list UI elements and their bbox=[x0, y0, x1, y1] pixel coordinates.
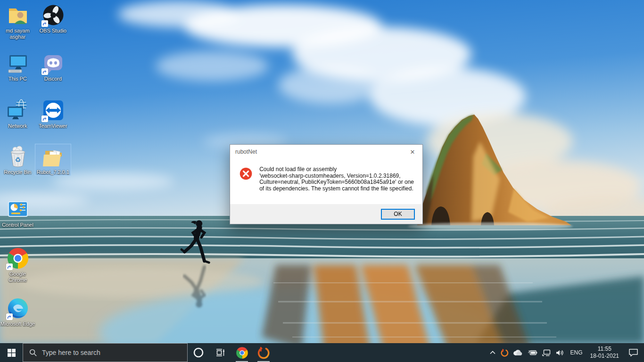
cortana-button[interactable] bbox=[188, 343, 209, 362]
network-icon bbox=[7, 99, 29, 122]
ok-button[interactable]: OK bbox=[381, 209, 415, 220]
desktop-icon-obs-studio[interactable]: OBS Studio bbox=[35, 3, 71, 34]
rubot-icon bbox=[257, 346, 270, 359]
message-line: Could not load file or assembly bbox=[259, 166, 414, 173]
task-view-button[interactable] bbox=[209, 343, 231, 362]
tray-show-hidden-icons[interactable] bbox=[487, 343, 498, 362]
task-view-icon bbox=[215, 347, 225, 358]
battery-charging-icon bbox=[528, 349, 537, 356]
close-icon[interactable]: ✕ bbox=[403, 145, 422, 159]
icon-label: Microsoft Edge bbox=[0, 321, 35, 327]
google-chrome-icon bbox=[7, 247, 29, 270]
tray-onedrive[interactable] bbox=[511, 343, 525, 362]
icon-label: Discord bbox=[44, 76, 62, 82]
message-line: Culture=neutral, PublicKeyToken=5660b08a… bbox=[259, 179, 414, 186]
icon-label: TeamViewer bbox=[39, 123, 67, 129]
dialog-titlebar[interactable]: rubotNet ✕ bbox=[230, 145, 422, 159]
tray-battery[interactable] bbox=[525, 343, 540, 362]
ethernet-network-icon bbox=[542, 349, 551, 356]
shortcut-arrow-icon bbox=[6, 263, 13, 270]
search-icon bbox=[29, 348, 37, 357]
tray-time: 11:55 bbox=[590, 346, 619, 353]
taskbar: ENG 11:55 18-01-2021 bbox=[0, 343, 644, 362]
desktop-icon-this-pc[interactable]: This PC bbox=[0, 51, 35, 82]
tray-clock[interactable]: 11:55 18-01-2021 bbox=[586, 343, 623, 362]
action-center-button[interactable] bbox=[623, 343, 644, 362]
dialog-title: rubotNet bbox=[235, 148, 403, 155]
tray-language[interactable]: ENG bbox=[567, 343, 586, 362]
speaker-icon bbox=[555, 349, 564, 356]
recycle-bin-icon: ♻ bbox=[7, 145, 29, 168]
taskbar-search[interactable] bbox=[23, 343, 188, 362]
this-pc-icon bbox=[7, 52, 29, 74]
dialog-footer: OK bbox=[230, 204, 422, 224]
icon-label: Google Chrome bbox=[0, 271, 35, 283]
user-folder-icon bbox=[7, 4, 29, 26]
desktop-icon-recycle-bin[interactable]: ♻ Recycle Bin bbox=[0, 144, 35, 175]
action-center-icon bbox=[628, 348, 638, 357]
desktop-icon-control-panel[interactable]: Control Panel bbox=[0, 197, 35, 228]
shortcut-arrow-icon bbox=[41, 115, 48, 122]
desktop-icon-rubot-folder[interactable]: ⚙ ⚙ Rubot_7.2.0.1 bbox=[35, 144, 71, 175]
teamviewer-icon bbox=[42, 99, 65, 122]
icon-label: This PC bbox=[8, 76, 27, 82]
onedrive-cloud-icon bbox=[513, 349, 523, 356]
tray-volume[interactable] bbox=[553, 343, 567, 362]
svg-text:♻: ♻ bbox=[15, 156, 21, 164]
desktop-icon-google-chrome[interactable]: Google Chrome bbox=[0, 246, 35, 283]
message-line: 'websocket-sharp-customheaders, Version=… bbox=[259, 173, 414, 180]
rubotnet-error-dialog: rubotNet ✕ Could not load file or assemb… bbox=[230, 144, 423, 224]
icon-label: Rubot_7.2.0.1 bbox=[37, 169, 69, 175]
windows-logo-icon bbox=[8, 349, 16, 357]
desktop-icon-network[interactable]: Network bbox=[0, 98, 35, 129]
tray-network[interactable] bbox=[540, 343, 553, 362]
control-panel-icon bbox=[7, 198, 29, 221]
chevron-up-icon bbox=[489, 350, 496, 355]
icon-label: OBS Studio bbox=[40, 28, 66, 34]
message-line: of its dependencies. The system cannot f… bbox=[259, 186, 414, 192]
microsoft-edge-icon bbox=[7, 297, 29, 320]
desktop-icon-discord[interactable]: Discord bbox=[35, 51, 71, 82]
search-input[interactable] bbox=[42, 349, 185, 356]
taskbar-rubot-button[interactable] bbox=[253, 343, 274, 362]
icon-label: Network bbox=[8, 123, 27, 129]
icon-label: Recycle Bin bbox=[4, 169, 31, 175]
dialog-body: Could not load file or assembly 'websock… bbox=[230, 159, 422, 204]
shortcut-arrow-icon bbox=[41, 68, 48, 75]
error-icon bbox=[239, 165, 252, 182]
rubot-folder-icon: ⚙ ⚙ bbox=[42, 145, 65, 168]
desktop-icon-teamviewer[interactable]: TeamViewer bbox=[35, 98, 71, 129]
obs-studio-icon bbox=[42, 4, 65, 26]
desktop-screen: md sayam asghar This PC Network bbox=[0, 0, 644, 362]
start-button[interactable] bbox=[0, 343, 23, 362]
desktop-icon-microsoft-edge[interactable]: Microsoft Edge bbox=[0, 296, 35, 327]
icon-label: md sayam asghar bbox=[0, 28, 35, 40]
tray-date: 18-01-2021 bbox=[590, 353, 619, 360]
rubot-tray-icon bbox=[501, 349, 509, 357]
cortana-icon bbox=[193, 347, 204, 358]
chrome-icon bbox=[236, 346, 248, 359]
desktop-icon-user-folder[interactable]: md sayam asghar bbox=[0, 3, 35, 40]
taskbar-chrome-button[interactable] bbox=[231, 343, 253, 362]
discord-icon bbox=[42, 52, 65, 74]
tray-rubot[interactable] bbox=[498, 343, 511, 362]
shortcut-arrow-icon bbox=[41, 20, 48, 27]
shortcut-arrow-icon bbox=[6, 313, 13, 320]
icon-label: Control Panel bbox=[2, 222, 33, 228]
dialog-message: Could not load file or assembly 'websock… bbox=[259, 165, 414, 204]
taskbar-empty-area bbox=[274, 343, 487, 362]
